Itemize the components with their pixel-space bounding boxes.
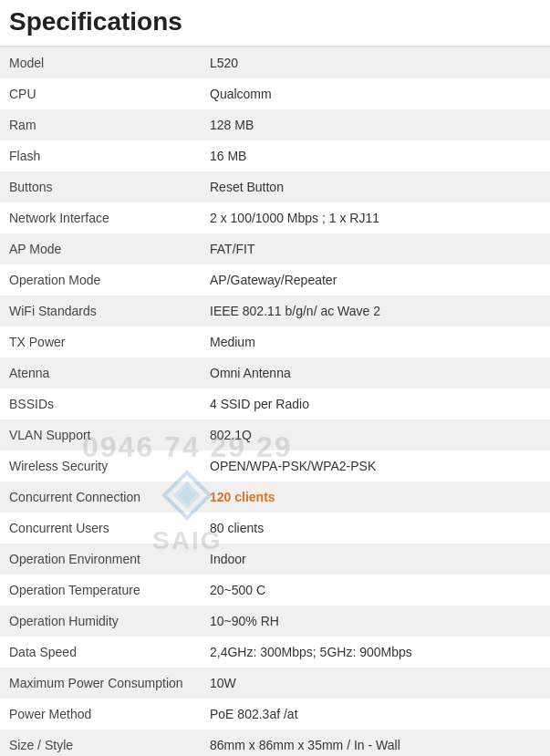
spec-value: 128 MB [201,109,550,140]
table-row: Concurrent Connection120 clients [0,482,550,513]
page-title: Specifications [0,0,550,47]
spec-label: VLAN Support [0,419,201,450]
table-row: Ram128 MB [0,109,550,140]
spec-label: Flash [0,140,201,171]
spec-label: Atenna [0,357,201,388]
highlight-value: 120 clients [210,490,275,504]
table-row: Operation Temperature20~500 C [0,575,550,606]
spec-value: 80 clients [201,513,550,544]
table-row: Operation EnvironmentIndoor [0,544,550,575]
spec-label: WiFi Standards [0,295,201,326]
spec-label: Buttons [0,171,201,202]
spec-value: Qualcomm [201,78,550,109]
spec-value: AP/Gateway/Repeater [201,264,550,295]
table-row: AP ModeFAT/FIT [0,233,550,264]
spec-value: OPEN/WPA-PSK/WPA2-PSK [201,450,550,482]
table-row: Size / Style86mm x 86mm x 35mm / In - Wa… [0,730,550,756]
table-row: Power MethodPoE 802.3af /at [0,699,550,730]
spec-label: BSSIDs [0,388,201,419]
spec-label: Operation Mode [0,264,201,295]
spec-value: Reset Button [201,171,550,202]
table-row: Wireless SecurityOPEN/WPA-PSK/WPA2-PSK [0,450,550,482]
spec-table: ModelL520CPUQualcommRam128 MBFlash16 MBB… [0,47,550,756]
spec-value: 86mm x 86mm x 35mm / In - Wall [201,730,550,756]
table-row: ModelL520 [0,47,550,78]
table-row: TX PowerMedium [0,326,550,357]
table-row: Data Speed2,4GHz: 300Mbps; 5GHz: 900Mbps [0,637,550,668]
spec-label: Concurrent Connection [0,482,201,513]
page-wrapper: Specifications 0946 74 29 29 SAIG ModelL… [0,0,550,756]
spec-value: 16 MB [201,140,550,171]
spec-value: 2,4GHz: 300Mbps; 5GHz: 900Mbps [201,637,550,668]
spec-label: CPU [0,78,201,109]
table-row: Network Interface2 x 100/1000 Mbps ; 1 x… [0,202,550,233]
spec-value: 120 clients [201,482,550,513]
spec-label: Wireless Security [0,450,201,482]
table-container: 0946 74 29 29 SAIG ModelL520CPUQualcommR… [0,47,550,756]
table-row: Flash16 MB [0,140,550,171]
table-row: Maximum Power Consumption10W [0,668,550,699]
spec-value: Omni Antenna [201,357,550,388]
spec-label: AP Mode [0,233,201,264]
spec-value: 4 SSID per Radio [201,388,550,419]
spec-label: Maximum Power Consumption [0,668,201,699]
spec-label: Operation Humidity [0,606,201,637]
spec-value: FAT/FIT [201,233,550,264]
table-row: BSSIDs4 SSID per Radio [0,388,550,419]
spec-value: Medium [201,326,550,357]
spec-value: IEEE 802.11 b/g/n/ ac Wave 2 [201,295,550,326]
spec-value: 10~90% RH [201,606,550,637]
table-row: ButtonsReset Button [0,171,550,202]
spec-label: Model [0,47,201,78]
spec-value: 2 x 100/1000 Mbps ; 1 x RJ11 [201,202,550,233]
table-row: WiFi StandardsIEEE 802.11 b/g/n/ ac Wave… [0,295,550,326]
spec-label: Ram [0,109,201,140]
spec-value: Indoor [201,544,550,575]
spec-value: L520 [201,47,550,78]
spec-label: Operation Environment [0,544,201,575]
spec-label: Size / Style [0,730,201,756]
spec-label: Power Method [0,699,201,730]
table-row: Concurrent Users80 clients [0,513,550,544]
table-row: CPUQualcomm [0,78,550,109]
spec-label: Operation Temperature [0,575,201,606]
spec-value: 20~500 C [201,575,550,606]
spec-label: Concurrent Users [0,513,201,544]
table-row: AtennaOmni Antenna [0,357,550,388]
table-row: VLAN Support802.1Q [0,419,550,450]
spec-label: Data Speed [0,637,201,668]
spec-label: TX Power [0,326,201,357]
table-row: Operation ModeAP/Gateway/Repeater [0,264,550,295]
spec-label: Network Interface [0,202,201,233]
spec-value: 802.1Q [201,419,550,450]
spec-value: 10W [201,668,550,699]
spec-value: PoE 802.3af /at [201,699,550,730]
table-row: Operation Humidity10~90% RH [0,606,550,637]
